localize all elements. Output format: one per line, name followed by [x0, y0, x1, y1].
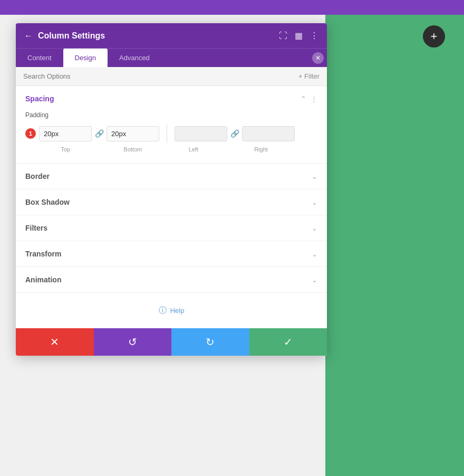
tabs-bar: Content Design Advanced ✕ — [16, 48, 327, 67]
transform-section-header[interactable]: Transform ⌄ — [16, 241, 327, 266]
transform-chevron[interactable]: ⌄ — [312, 250, 317, 258]
box-shadow-chevron[interactable]: ⌄ — [312, 198, 317, 206]
animation-section: Animation ⌄ — [16, 267, 327, 293]
search-input[interactable] — [23, 72, 260, 80]
filters-section: Filters ⌄ — [16, 215, 327, 241]
padding-divider — [167, 124, 167, 143]
top-label: Top — [39, 146, 92, 153]
left-label: Left — [167, 146, 220, 153]
help-icon: ⓘ — [159, 306, 167, 316]
filter-button[interactable]: + Filter — [298, 72, 320, 80]
fullscreen-icon[interactable]: ⛶ — [279, 31, 287, 41]
top-bar — [0, 0, 464, 15]
animation-title: Animation — [25, 275, 61, 284]
tab-advanced[interactable]: Advanced — [108, 49, 161, 67]
filters-chevron[interactable]: ⌄ — [312, 224, 317, 232]
padding-bottom-input[interactable] — [107, 126, 159, 141]
spacing-controls: ⌃ ⋮ — [301, 95, 317, 103]
box-shadow-section-header[interactable]: Box Shadow ⌄ — [16, 189, 327, 215]
border-section-header[interactable]: Border ⌄ — [16, 164, 327, 189]
padding-label: Padding — [25, 111, 317, 119]
padding-link-icon-2[interactable]: 🔗 — [227, 129, 242, 138]
animation-chevron[interactable]: ⌄ — [312, 276, 317, 284]
spacing-title: Spacing — [25, 94, 54, 103]
filters-title: Filters — [25, 224, 47, 232]
more-icon[interactable]: ⋮ — [310, 31, 318, 41]
search-bar: + Filter — [16, 67, 327, 86]
padding-left-input[interactable] — [175, 126, 227, 141]
padding-link-icon[interactable]: 🔗 — [92, 129, 107, 138]
columns-icon[interactable]: ▦ — [295, 31, 303, 41]
save-button[interactable]: ✓ — [249, 328, 327, 356]
cancel-button[interactable]: ✕ — [16, 328, 94, 356]
box-shadow-section: Box Shadow ⌄ — [16, 189, 327, 215]
panel-close-button[interactable]: ✕ — [312, 52, 324, 64]
transform-title: Transform — [25, 250, 61, 258]
animation-section-header[interactable]: Animation ⌄ — [16, 267, 327, 292]
border-title: Border — [25, 172, 50, 180]
panel-header: ← Column Settings ⛶ ▦ ⋮ — [16, 23, 327, 48]
spacing-body: Padding 1 🔗 🔗 — [16, 111, 327, 163]
spacing-section: Spacing ⌃ ⋮ Padding 1 🔗 — [16, 86, 327, 164]
add-button[interactable]: + — [423, 25, 445, 47]
transform-section: Transform ⌄ — [16, 241, 327, 267]
border-section: Border ⌄ — [16, 164, 327, 189]
redo-button[interactable]: ↻ — [171, 328, 249, 356]
right-panel — [325, 15, 464, 476]
column-settings-panel: ← Column Settings ⛶ ▦ ⋮ Content Design A… — [16, 23, 327, 356]
help-row: ⓘ Help — [16, 293, 327, 328]
tab-design[interactable]: Design — [63, 49, 108, 67]
bottom-actions: ✕ ↺ ↻ ✓ — [16, 328, 327, 356]
undo-button[interactable]: ↺ — [94, 328, 172, 356]
padding-right-input[interactable] — [242, 126, 295, 141]
padding-top-input[interactable] — [39, 126, 92, 141]
header-left: ← Column Settings — [24, 31, 105, 41]
spacing-more-icon[interactable]: ⋮ — [311, 95, 317, 103]
tab-content[interactable]: Content — [16, 49, 63, 67]
right-label: Right — [235, 146, 287, 153]
header-right: ⛶ ▦ ⋮ — [279, 31, 318, 41]
settings-content: Spacing ⌃ ⋮ Padding 1 🔗 — [16, 86, 327, 328]
link-spacer — [92, 146, 107, 153]
link-spacer-2 — [220, 146, 235, 153]
filters-section-header[interactable]: Filters ⌄ — [16, 215, 327, 241]
divider-spacer — [159, 146, 167, 153]
padding-row: 1 🔗 🔗 — [25, 124, 317, 143]
back-icon[interactable]: ← — [24, 31, 33, 41]
padding-badge: 1 — [25, 128, 36, 139]
border-chevron[interactable]: ⌄ — [312, 173, 317, 180]
bottom-label: Bottom — [107, 146, 159, 153]
panel-title: Column Settings — [38, 31, 105, 41]
spacing-collapse-icon[interactable]: ⌃ — [301, 95, 306, 103]
box-shadow-title: Box Shadow — [25, 198, 70, 206]
spacing-section-header[interactable]: Spacing ⌃ ⋮ — [16, 86, 327, 111]
help-text[interactable]: Help — [170, 307, 185, 315]
